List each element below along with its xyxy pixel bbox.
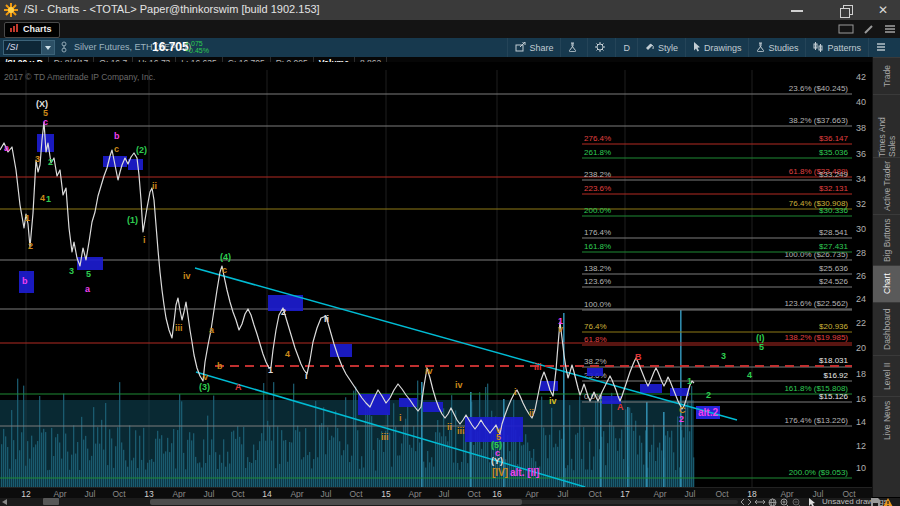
fib-pct-label: 261.8% [584,148,611,157]
fib-label: 176.4% ($13.226) [784,416,848,425]
toolbar-button-d[interactable]: D [615,38,637,57]
fib-price-label: $35.036 [819,148,848,157]
copyright-notice: 2017 © TD Ameritrade IP Company, Inc. [4,72,155,82]
toolbar-button-drawings[interactable]: Drawings [685,38,749,57]
toolbar-button-label: Style [658,43,678,53]
tab-charts[interactable]: Charts [4,22,60,38]
wave-label: 1 [46,194,51,204]
side-tab-dashboard[interactable]: Dashboard [873,302,900,355]
side-tab-chart[interactable]: Chart [873,265,900,302]
menu-icon [876,42,889,54]
expand-horizontal-icon[interactable] [754,498,766,506]
price-axis-label: 34 [856,174,866,184]
fib-price-label: $24.526 [819,277,848,286]
price-axis-label: 30 [856,224,866,234]
wave-label: ii [447,422,452,432]
wave-label: 1 [687,376,692,386]
link-icon[interactable] [59,41,69,53]
price-axis-label: 20 [856,343,866,353]
wave-label: c [43,117,48,127]
price-axis[interactable]: 4240383634323028262422201816141210 [856,72,866,473]
window-title: /SI - Charts - <TOTAL> Paper@thinkorswim… [24,3,320,15]
wave-label: i [143,235,146,245]
price-axis-label: 16 [856,394,866,404]
toolbar-button-menu[interactable] [868,38,896,57]
fib-price-label: $15.126 [819,392,848,401]
fib-price-label: $33.249 [819,170,848,179]
zoom-out-icon[interactable] [792,498,802,506]
toolbar-button-label: Share [529,43,553,53]
price-axis-label: 26 [856,271,866,281]
restore-button[interactable] [830,0,864,20]
wave-label: (2) [136,145,147,155]
toolbar-button-patterns[interactable]: Patterns [805,38,868,57]
side-tab-live-news[interactable]: Live News [873,396,900,443]
price-axis-label: 14 [856,417,866,427]
price-chart[interactable]: 23.6% ($40.245)38.2% ($37.663)61.8% ($33… [0,70,872,487]
fib-label: 23.6% ($40.245) [789,84,848,93]
wave-label: A [617,402,624,412]
pen-icon[interactable] [863,24,875,34]
symbol-input[interactable]: /SI [3,40,55,55]
tab-charts-label: Charts [23,24,52,34]
chart-bars-icon [10,24,19,32]
tab-strip: Charts [0,20,900,38]
cursor-icon[interactable] [808,498,817,506]
wave-label: 3 [69,266,74,276]
window-layout-icon[interactable] [838,24,854,34]
toolbar-button-share[interactable]: Share [507,38,560,57]
wave-label: 2 [28,241,33,251]
wave-label: 2 [679,414,684,424]
wave-label: (Y) [491,456,503,466]
pan-arrows-icon[interactable] [740,498,752,506]
side-tab-trade[interactable]: Trade [873,57,900,94]
close-button[interactable]: ✕ [866,0,900,20]
fib-label: 138.2% ($19.985) [784,333,848,342]
fib-price-label: $25.636 [819,264,848,273]
wave-label: iii [457,426,465,436]
menu-icon[interactable] [884,24,896,34]
zoom-in-icon[interactable] [780,498,790,506]
fib-pct-label: 76.4% [584,322,607,331]
price-axis-label: 22 [856,318,866,328]
wave-label: 5 [759,342,764,352]
flask-icon [568,42,580,54]
fib-price-label: $27.431 [819,242,848,251]
wave-label: (1) [127,215,138,225]
price-change: +.075 +0.45% [185,40,209,54]
wave-label: iii [175,323,183,333]
side-tab-active-trader[interactable]: Active Trader [873,157,900,214]
fib-pct-label: 61.8% [584,335,607,344]
toolbar-button-gear[interactable] [587,38,615,57]
wave-label: b [22,276,28,286]
price-axis-label: 28 [856,248,866,258]
wave-label: i [514,387,517,397]
toolbar-button-flask[interactable] [560,38,587,57]
wave-label: iv [549,396,557,406]
wave-label: 1 [25,213,30,223]
titlebar: /SI - Charts - <TOTAL> Paper@thinkorswim… [0,0,900,20]
fib-pct-label: 138.2% [584,264,611,273]
scroll-left-icon[interactable] [2,499,7,505]
toolbar-button-studies[interactable]: Studies [748,38,805,57]
symbol-dropdown[interactable] [41,41,54,54]
globe-icon[interactable] [768,498,777,506]
wave-label: 5 [86,269,91,279]
scrollbar-track[interactable] [150,500,738,504]
gear-icon [595,42,608,54]
wave-label: v [203,372,208,382]
side-tab-level-ii[interactable]: Level II [873,355,900,396]
minimize-button[interactable] [780,0,814,20]
fib-pct-label: 161.8% [584,242,611,251]
wave-label: iv [183,271,191,281]
save-icon[interactable] [871,498,880,506]
wave-label: 2 [281,307,286,317]
side-tab-times-and-sales[interactable]: Times And Sales [873,94,900,157]
wave-label: i [399,413,402,423]
price-axis-label: 42 [856,72,866,82]
scrollbar-handle[interactable] [150,499,522,505]
side-tab-big-buttons[interactable]: Big Buttons [873,214,900,265]
toolbar-button-style[interactable]: Style [637,38,685,57]
scrollbar-mini-handle[interactable] [43,498,59,505]
fib-pct-label: 176.4% [584,228,611,237]
